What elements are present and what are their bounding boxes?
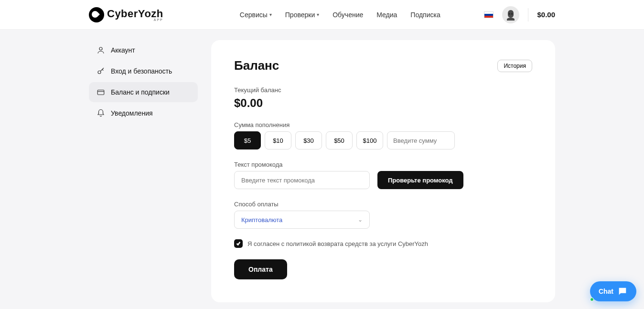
card-icon (97, 88, 105, 96)
chevron-down-icon: ▾ (269, 12, 272, 17)
amount-30[interactable]: $30 (295, 131, 322, 149)
sidebar-item-label: Уведомления (111, 109, 153, 117)
sidebar-item-label: Вход и безопаность (111, 67, 172, 75)
bell-icon (97, 109, 105, 117)
amount-50[interactable]: $50 (326, 131, 353, 149)
promo-label: Текст промокода (234, 161, 532, 168)
payment-method-label: Способ оплаты (234, 201, 532, 208)
promo-input[interactable] (234, 171, 370, 189)
amount-row: $5 $10 $30 $50 $100 (234, 131, 532, 149)
balance-panel: Баланс История Текущий баланс $0.00 Сумм… (211, 40, 555, 302)
main-nav: Сервисы ▾ Проверки ▾ Обучение Медиа Подп… (240, 11, 440, 19)
agree-row: Я согласен с политикой возврата средств … (234, 239, 532, 248)
sidebar-item-account[interactable]: Аккаунт (89, 40, 198, 60)
amount-5[interactable]: $5 (234, 131, 261, 149)
logo[interactable]: CyberYozh APP (89, 7, 163, 22)
sidebar-item-notifications[interactable]: Уведомления (89, 103, 198, 123)
agree-text: Я согласен с политикой возврата средств … (247, 240, 428, 247)
sidebar-item-label: Баланс и подписки (111, 88, 170, 96)
amount-100[interactable]: $100 (356, 131, 383, 149)
amount-custom-input[interactable] (387, 131, 455, 149)
divider (528, 8, 528, 21)
promo-row: Проверьте промокод (234, 171, 532, 189)
sidebar: Аккаунт Вход и безопаность Баланс и подп… (89, 40, 198, 302)
header-balance: $0.00 (537, 11, 555, 19)
nav-media[interactable]: Медиа (376, 11, 397, 19)
avatar[interactable] (502, 6, 519, 23)
check-promo-button[interactable]: Проверьте промокод (377, 171, 463, 189)
sidebar-item-security[interactable]: Вход и безопаность (89, 61, 198, 81)
svg-point-2 (99, 47, 102, 50)
key-icon (97, 67, 105, 75)
payment-method-select[interactable]: Криптовалюта ⌄ (234, 211, 370, 229)
svg-point-1 (511, 13, 513, 15)
panel-title: Баланс (234, 58, 279, 73)
online-dot-icon (590, 298, 594, 301)
svg-rect-4 (97, 90, 104, 95)
nav-training[interactable]: Обучение (333, 11, 363, 19)
chat-widget[interactable]: Chat (590, 281, 636, 301)
pay-button[interactable]: Оплата (234, 259, 287, 279)
language-flag-ru[interactable] (484, 11, 494, 18)
amount-10[interactable]: $10 (265, 131, 291, 149)
chevron-down-icon: ⌄ (358, 216, 363, 223)
header-right: $0.00 (484, 6, 555, 23)
logo-icon (89, 7, 104, 22)
check-icon (236, 241, 241, 246)
user-mask-icon (505, 9, 516, 21)
chat-bubble-icon (617, 286, 628, 297)
layout: Аккаунт Вход и безопаность Баланс и подп… (0, 30, 644, 309)
nav-checks[interactable]: Проверки ▾ (285, 11, 319, 19)
svg-point-3 (98, 71, 101, 74)
chevron-down-icon: ▾ (317, 12, 319, 17)
history-button[interactable]: История (497, 60, 532, 72)
current-balance-value: $0.00 (234, 96, 532, 110)
sidebar-item-label: Аккаунт (111, 46, 135, 54)
nav-services[interactable]: Сервисы ▾ (240, 11, 272, 19)
nav-subscription[interactable]: Подписка (410, 11, 440, 19)
payment-method-value: Криптовалюта (241, 216, 282, 224)
chat-label: Chat (599, 288, 613, 295)
panel-head: Баланс История (234, 58, 532, 73)
topup-label: Сумма пополнения (234, 121, 532, 128)
sidebar-item-balance[interactable]: Баланс и подписки (89, 82, 198, 102)
agree-checkbox[interactable] (234, 239, 243, 248)
header: CyberYozh APP Сервисы ▾ Проверки ▾ Обуче… (0, 0, 644, 30)
current-balance-label: Текущий баланс (234, 86, 532, 94)
user-icon (97, 46, 105, 54)
svg-point-0 (509, 13, 510, 15)
